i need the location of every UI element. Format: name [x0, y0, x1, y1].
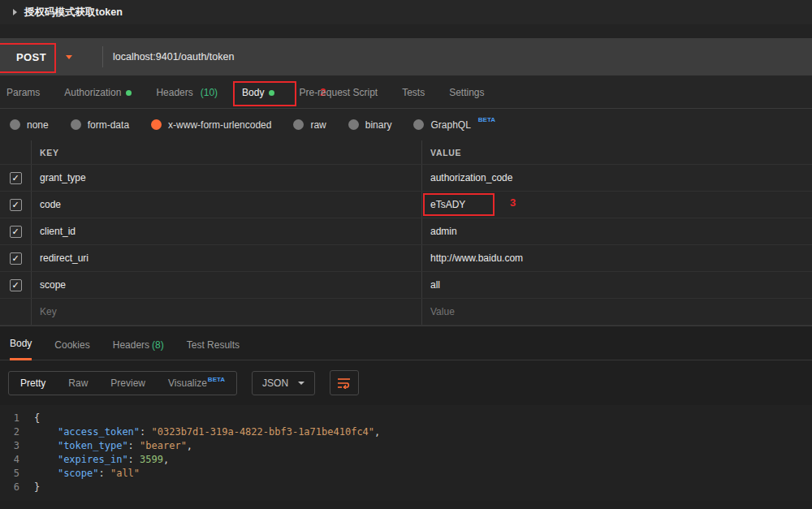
radio-icon [10, 119, 20, 130]
radio-binary[interactable]: binary [348, 119, 392, 131]
line-number: 1 [0, 412, 34, 425]
row-checkbox[interactable] [0, 165, 31, 191]
radio-icon [348, 119, 359, 130]
param-key-cell[interactable]: redirect_uri [31, 245, 422, 271]
tab-body-label: Body [242, 87, 264, 98]
body-type-row: none form-data x-www-form-urlencoded raw… [0, 109, 812, 140]
header-checkbox-cell [0, 140, 31, 164]
param-value-cell[interactable]: http://www.baidu.com [422, 245, 812, 271]
tab-pre-request-label: Pre-request Script [299, 87, 378, 98]
table-header-row: KEY VALUE [0, 140, 812, 165]
radio-urlencoded-label: x-www-form-urlencoded [168, 119, 271, 131]
collapse-caret-icon[interactable] [13, 9, 17, 15]
code-line: 2 "access_token": "0323b7d1-319a-4822-bb… [0, 425, 812, 439]
param-key-placeholder[interactable]: Key [31, 299, 422, 325]
checkbox-checked-icon [10, 279, 22, 291]
chevron-down-icon [298, 382, 304, 385]
param-value-cell[interactable]: admin [422, 218, 812, 244]
view-raw-label: Raw [68, 377, 88, 389]
radio-icon [71, 119, 81, 130]
table-row: code eTsADY 3 [0, 192, 812, 218]
view-visualize-button[interactable]: VisualizeBETA [157, 372, 236, 395]
tab-body[interactable]: Body 2 [242, 87, 274, 108]
checkbox-checked-icon [10, 172, 22, 184]
response-tab-test-results[interactable]: Test Results [187, 339, 240, 360]
tab-headers-count: (10) [201, 87, 218, 98]
view-preview-button[interactable]: Preview [99, 372, 157, 395]
table-row: grant_type authorization_code [0, 165, 812, 192]
param-key-cell[interactable]: code [31, 192, 422, 218]
response-tab-headers[interactable]: Headers(8) [113, 339, 164, 360]
line-number: 6 [0, 481, 34, 494]
radio-graphql-label: GraphQL [430, 119, 470, 131]
urlencoded-params-table: KEY VALUE grant_type authorization_code … [0, 140, 812, 326]
checkbox-checked-icon [10, 252, 22, 265]
radio-graphql[interactable]: GraphQL BETA [413, 119, 495, 131]
param-key-cell[interactable]: scope [31, 272, 422, 298]
url-input[interactable]: localhost:9401/oauth/token [103, 51, 812, 63]
param-key-cell[interactable]: client_id [31, 218, 422, 244]
method-select[interactable]: POST [0, 51, 102, 63]
tab-authorization[interactable]: Authorization [64, 87, 132, 108]
radio-raw[interactable]: raw [293, 119, 326, 131]
tab-params[interactable]: Params [6, 87, 40, 108]
line-number: 3 [0, 439, 34, 453]
value-column-header: VALUE [422, 140, 812, 164]
param-value-placeholder[interactable]: Value [422, 299, 812, 325]
param-value-cell[interactable]: all [422, 272, 812, 298]
tab-settings[interactable]: Settings [449, 87, 484, 108]
response-tab-test-results-label: Test Results [187, 339, 240, 351]
format-select[interactable]: JSON [252, 371, 315, 395]
radio-none[interactable]: none [10, 119, 49, 131]
spacer [0, 24, 812, 38]
tab-headers-label: Headers [156, 87, 192, 98]
radio-form-data[interactable]: form-data [71, 119, 129, 131]
radio-x-www-form-urlencoded[interactable]: x-www-form-urlencoded [151, 119, 271, 131]
param-value-text: eTsADY [430, 199, 465, 210]
radio-icon [413, 119, 424, 130]
tab-headers[interactable]: Headers (10) [156, 87, 218, 108]
radio-form-data-label: form-data [88, 119, 129, 131]
code-line: 4 "expires_in": 3599, [0, 453, 812, 467]
tab-settings-label: Settings [449, 87, 484, 98]
view-raw-button[interactable]: Raw [57, 372, 99, 395]
param-value-cell[interactable]: authorization_code [422, 165, 812, 191]
response-tab-body-label: Body [10, 338, 32, 349]
row-checkbox-empty [0, 299, 31, 325]
wrap-lines-button[interactable] [330, 370, 359, 395]
row-checkbox[interactable] [0, 218, 31, 244]
response-tab-cookies[interactable]: Cookies [54, 339, 89, 360]
response-tab-body[interactable]: Body [10, 338, 32, 360]
green-dot-icon [269, 90, 274, 96]
response-tabs: Body Cookies Headers(8) Test Results [0, 326, 812, 360]
view-pretty-button[interactable]: Pretty [9, 372, 57, 395]
response-view-bar: Pretty Raw Preview VisualizeBETA JSON [0, 360, 812, 405]
table-row-placeholder: Key Value [0, 299, 812, 326]
code-line: 3 "token_type": "bearer", [0, 439, 812, 453]
response-body-viewer: 1 { 2 "access_token": "0323b7d1-319a-482… [0, 405, 812, 501]
radio-binary-label: binary [365, 119, 392, 131]
view-preview-label: Preview [110, 377, 145, 389]
table-row: client_id admin [0, 218, 812, 245]
row-checkbox[interactable] [0, 272, 31, 298]
tab-pre-request-script[interactable]: Pre-request Script [299, 87, 378, 108]
row-checkbox[interactable] [0, 245, 31, 271]
view-visualize-label: Visualize [168, 377, 207, 389]
checkbox-checked-icon [10, 199, 22, 211]
line-number: 2 [0, 425, 34, 439]
key-column-header: KEY [31, 140, 422, 164]
param-value-cell[interactable]: eTsADY 3 [422, 192, 812, 218]
response-section: Body Cookies Headers(8) Test Results Pre… [0, 326, 812, 501]
tab-tests[interactable]: Tests [402, 87, 425, 108]
row-checkbox[interactable] [0, 192, 31, 218]
chevron-down-icon [66, 55, 72, 59]
radio-selected-icon [151, 119, 162, 130]
code-line: 5 "scope": "all" [0, 467, 812, 481]
request-tabs: Params Authorization Headers (10) Body 2… [0, 75, 812, 109]
tab-authorization-label: Authorization [64, 87, 121, 98]
view-mode-group: Pretty Raw Preview VisualizeBETA [8, 371, 237, 395]
response-tab-headers-label: Headers [113, 339, 149, 351]
param-key-cell[interactable]: grant_type [31, 165, 422, 191]
annotation-number-3: 3 [510, 196, 516, 209]
wrap-lines-icon [337, 377, 352, 389]
